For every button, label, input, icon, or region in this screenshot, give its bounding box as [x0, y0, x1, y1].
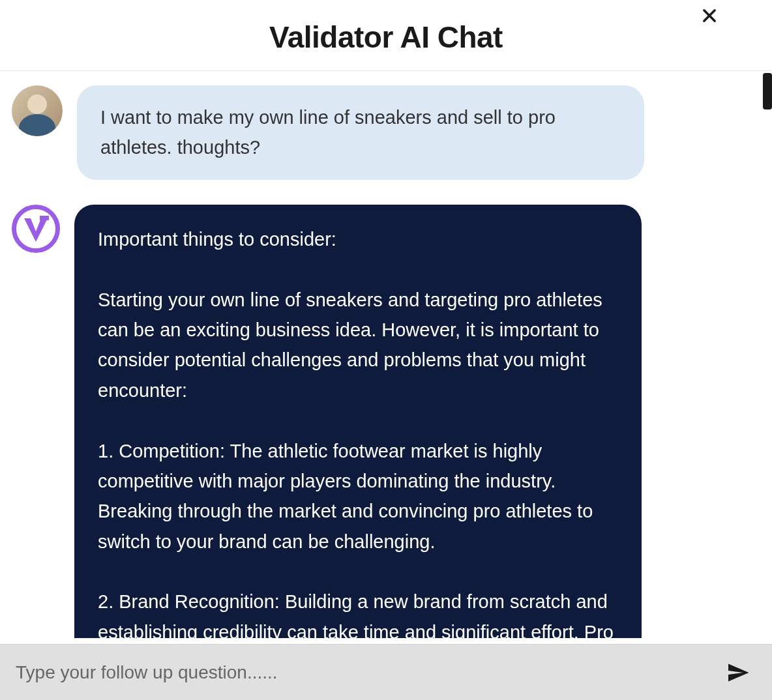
- user-avatar: [12, 85, 63, 136]
- bot-logo-icon: [16, 209, 55, 248]
- message-row-user: I want to make my own line of sneakers a…: [12, 85, 752, 180]
- scrollbar-track[interactable]: [763, 73, 772, 640]
- scrollbar-thumb[interactable]: [763, 73, 772, 109]
- svg-rect-3: [40, 216, 49, 220]
- chat-scroll-area[interactable]: I want to make my own line of sneakers a…: [0, 71, 772, 638]
- svg-point-2: [16, 209, 55, 248]
- page-title: Validator AI Chat: [13, 20, 759, 55]
- user-message-bubble: I want to make my own line of sneakers a…: [77, 85, 644, 180]
- input-bar: [0, 644, 772, 700]
- send-button[interactable]: [724, 658, 752, 687]
- message-row-bot: Important things to consider: Starting y…: [12, 205, 752, 638]
- paper-plane-icon: [726, 661, 750, 684]
- bot-message-bubble: Important things to consider: Starting y…: [74, 205, 642, 638]
- message-input[interactable]: [16, 662, 724, 683]
- bot-avatar: [12, 205, 60, 253]
- close-icon: [700, 7, 719, 25]
- chat-header: Validator AI Chat: [0, 0, 772, 71]
- close-button[interactable]: [698, 4, 721, 27]
